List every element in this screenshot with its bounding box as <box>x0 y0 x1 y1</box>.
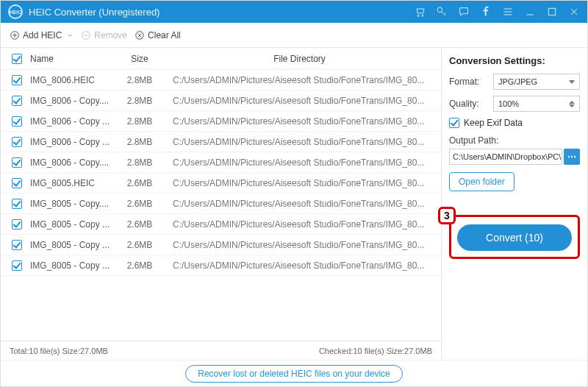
titlebar: HEIC HEIC Converter (Unregistered) <box>1 1 587 23</box>
file-name: IMG_8005 - Copy ... <box>26 219 114 230</box>
row-checkbox[interactable] <box>12 260 22 271</box>
row-checkbox[interactable] <box>12 178 22 188</box>
table-row[interactable]: IMG_8005 - Copy....2.6MBC:/Users/ADMIN/P… <box>1 194 441 214</box>
row-checkbox[interactable] <box>12 157 22 168</box>
table-row[interactable]: IMG_8006 - Copy ...2.8MBC:/Users/ADMIN/P… <box>1 111 441 132</box>
svg-rect-3 <box>548 8 555 15</box>
row-checkbox[interactable] <box>12 116 22 127</box>
file-name: IMG_8006 - Copy ... <box>26 116 114 127</box>
table-row[interactable]: IMG_8005 - Copy ...2.6MBC:/Users/ADMIN/P… <box>1 255 441 276</box>
file-directory: C:/Users/ADMIN/Pictures/Aiseesoft Studio… <box>165 157 434 168</box>
svg-point-0 <box>417 15 419 16</box>
table-row[interactable]: IMG_8006.HEIC2.8MBC:/Users/ADMIN/Picture… <box>1 70 441 90</box>
file-directory: C:/Users/ADMIN/Pictures/Aiseesoft Studio… <box>165 199 434 209</box>
column-header-directory[interactable]: File Directory <box>165 54 434 64</box>
file-size: 2.8MB <box>114 96 165 106</box>
key-icon[interactable] <box>436 6 448 18</box>
table-header: Name Size File Directory <box>1 48 441 70</box>
convert-button[interactable]: Convert (10) <box>457 224 572 251</box>
file-size: 2.6MB <box>114 260 165 271</box>
file-name: IMG_8006 - Copy.... <box>26 96 114 106</box>
keep-exif-label: Keep Exif Data <box>464 118 523 128</box>
output-path-label: Output Path: <box>449 135 580 146</box>
output-path-input[interactable]: C:\Users\ADMIN\Dropbox\PC\ <box>449 149 562 165</box>
file-size: 2.8MB <box>114 75 165 85</box>
file-directory: C:/Users/ADMIN/Pictures/Aiseesoft Studio… <box>165 240 434 250</box>
browse-path-button[interactable]: ⋯ <box>564 149 580 165</box>
file-directory: C:/Users/ADMIN/Pictures/Aiseesoft Studio… <box>165 260 434 271</box>
add-heic-label: Add HEIC <box>23 30 62 40</box>
file-size: 2.6MB <box>114 219 165 230</box>
minus-circle-icon <box>81 30 91 40</box>
file-size: 2.8MB <box>114 157 165 168</box>
format-select[interactable]: JPG/JPEG <box>493 74 580 90</box>
file-size: 2.6MB <box>114 178 165 188</box>
file-size: 2.6MB <box>114 199 165 209</box>
facebook-icon[interactable] <box>480 6 492 18</box>
plus-circle-icon <box>10 30 20 40</box>
remove-button: Remove <box>81 30 127 40</box>
table-row[interactable]: IMG_8005 - Copy ...2.6MBC:/Users/ADMIN/P… <box>1 214 441 235</box>
footer: Recover lost or deleted HEIC files on yo… <box>1 360 587 386</box>
close-icon[interactable] <box>568 6 580 18</box>
app-logo-icon: HEIC <box>8 4 23 19</box>
file-directory: C:/Users/ADMIN/Pictures/Aiseesoft Studio… <box>165 96 434 106</box>
add-heic-button[interactable]: Add HEIC <box>10 30 74 40</box>
file-size: 2.8MB <box>114 137 165 147</box>
svg-point-1 <box>422 15 423 16</box>
quality-value: 100% <box>498 99 519 108</box>
file-size: 2.8MB <box>114 116 165 127</box>
keep-exif-checkbox[interactable] <box>449 118 459 128</box>
file-name: IMG_8005 - Copy ... <box>26 240 114 250</box>
chevron-down-icon <box>569 80 575 84</box>
maximize-icon[interactable] <box>546 6 558 18</box>
file-name: IMG_8005.HEIC <box>26 178 114 188</box>
file-name: IMG_8005 - Copy.... <box>26 199 114 209</box>
column-header-size[interactable]: Size <box>114 54 165 64</box>
file-size: 2.6MB <box>114 240 165 250</box>
file-name: IMG_8006.HEIC <box>26 75 114 85</box>
convert-highlight: 3 Convert (10) <box>449 215 580 259</box>
quality-stepper[interactable]: 100% <box>493 96 580 112</box>
select-all-checkbox[interactable] <box>12 54 22 64</box>
settings-sidebar: Conversion Settings: Format: JPG/JPEG Qu… <box>442 48 587 360</box>
table-row[interactable]: IMG_8005 - Copy ...2.6MBC:/Users/ADMIN/P… <box>1 235 441 255</box>
file-rows: IMG_8006.HEIC2.8MBC:/Users/ADMIN/Picture… <box>1 70 441 276</box>
file-list-pane: Name Size File Directory IMG_8006.HEIC2.… <box>1 48 442 360</box>
step-badge: 3 <box>438 207 456 224</box>
clear-circle-icon <box>135 30 145 40</box>
app-title: HEIC Converter (Unregistered) <box>29 7 159 18</box>
status-bar: Total:10 file(s) Size:27.0MB Checked:10 … <box>1 341 441 360</box>
recover-files-button[interactable]: Recover lost or deleted HEIC files on yo… <box>185 365 402 383</box>
status-checked: Checked:10 file(s) Size:27.0MB <box>319 347 432 355</box>
table-row[interactable]: IMG_8006 - Copy....2.8MBC:/Users/ADMIN/P… <box>1 90 441 111</box>
table-row[interactable]: IMG_8006 - Copy ...2.8MBC:/Users/ADMIN/P… <box>1 132 441 152</box>
feedback-icon[interactable] <box>458 6 470 18</box>
chevron-down-icon <box>66 32 74 39</box>
table-row[interactable]: IMG_8006 - Copy....2.8MBC:/Users/ADMIN/P… <box>1 152 441 173</box>
row-checkbox[interactable] <box>12 75 22 85</box>
file-directory: C:/Users/ADMIN/Pictures/Aiseesoft Studio… <box>165 75 434 85</box>
remove-label: Remove <box>94 30 127 40</box>
clear-all-label: Clear All <box>148 30 181 40</box>
file-directory: C:/Users/ADMIN/Pictures/Aiseesoft Studio… <box>165 116 434 127</box>
row-checkbox[interactable] <box>12 96 22 106</box>
format-value: JPG/JPEG <box>498 77 537 86</box>
status-total: Total:10 file(s) Size:27.0MB <box>10 347 108 355</box>
file-directory: C:/Users/ADMIN/Pictures/Aiseesoft Studio… <box>165 137 434 147</box>
file-directory: C:/Users/ADMIN/Pictures/Aiseesoft Studio… <box>165 219 434 230</box>
file-name: IMG_8006 - Copy ... <box>26 137 114 147</box>
row-checkbox[interactable] <box>12 219 22 230</box>
table-row[interactable]: IMG_8005.HEIC2.6MBC:/Users/ADMIN/Picture… <box>1 173 441 194</box>
row-checkbox[interactable] <box>12 199 22 209</box>
file-name: IMG_8006 - Copy.... <box>26 157 114 168</box>
column-header-name[interactable]: Name <box>26 54 114 64</box>
cart-icon[interactable] <box>414 6 426 18</box>
stepper-icon <box>569 101 575 107</box>
row-checkbox[interactable] <box>12 137 22 147</box>
menu-icon[interactable] <box>502 6 514 18</box>
minimize-icon[interactable] <box>524 6 536 18</box>
row-checkbox[interactable] <box>12 240 22 250</box>
clear-all-button[interactable]: Clear All <box>135 30 181 40</box>
open-folder-button[interactable]: Open folder <box>449 172 514 191</box>
